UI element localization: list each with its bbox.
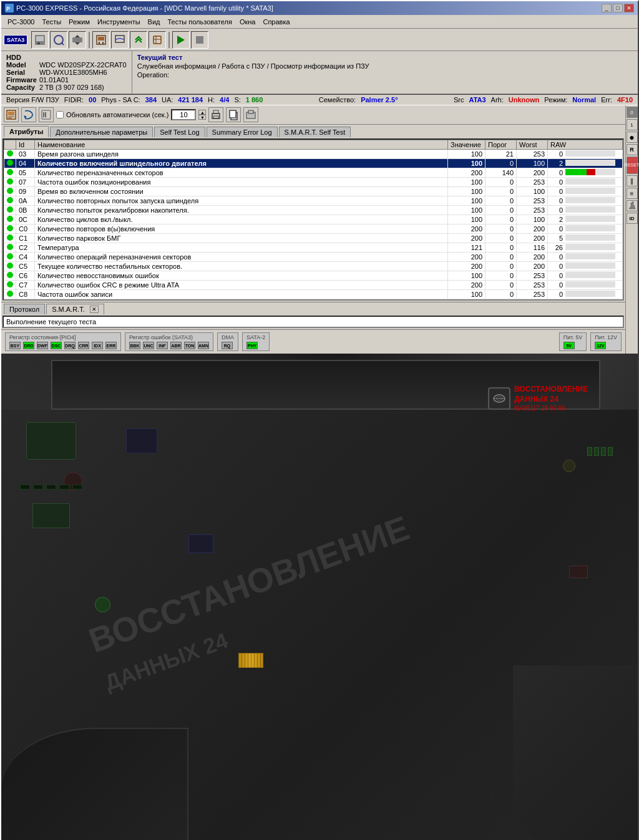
fidir-label: FIDiR:: [64, 96, 84, 104]
spin-down-btn[interactable]: ▼: [198, 115, 206, 120]
row-threshold: 0: [485, 281, 517, 290]
toolbar-btn-5[interactable]: [111, 31, 129, 49]
logo-line3: 8(4951)7 29 97 06: [514, 404, 588, 412]
row-name: Количество включений шпиндельного двигат…: [35, 159, 448, 168]
menu-tests[interactable]: Тесты: [38, 17, 65, 27]
led-unc: UNC: [143, 342, 154, 349]
row-raw-bar: [565, 206, 615, 213]
row-value: 100: [448, 196, 485, 206]
main-toolbar: SATA3: [1, 29, 638, 51]
toolbar-stop[interactable]: [191, 31, 208, 49]
toolbar-play[interactable]: [172, 31, 190, 49]
menu-tools[interactable]: Инструменты: [94, 17, 144, 27]
menu-windows[interactable]: Окна: [236, 17, 260, 27]
table-row[interactable]: C0Количество повторов в(ы)включения20002…: [4, 224, 623, 234]
led-amn: AMN: [198, 342, 209, 349]
auto-update-interval[interactable]: [171, 109, 196, 120]
table-row[interactable]: 03Время разгона шпинделя100212530: [4, 150, 623, 159]
minimize-button[interactable]: _: [602, 4, 612, 12]
mode-label: Режим:: [544, 96, 567, 104]
svg-line-6: [61, 42, 64, 45]
table-row[interactable]: C1Количество парковок БМГ20002005: [4, 234, 623, 243]
table-row[interactable]: 04Количество включений шпиндельного двиг…: [4, 159, 623, 168]
tab-protocol-label: Протокол: [9, 306, 39, 313]
table-row[interactable]: C7Количество ошибок CRC в режиме Ultra A…: [4, 281, 623, 290]
serial-label: Serial: [6, 69, 39, 76]
right-btn-reset[interactable]: RESET: [627, 157, 638, 174]
svg-marker-8: [75, 35, 80, 37]
row-threshold: 0: [485, 290, 517, 299]
menu-mode[interactable]: Режим: [65, 17, 94, 27]
window-controls[interactable]: _ □ ✕: [602, 4, 634, 12]
right-btn-tool[interactable]: [627, 200, 638, 211]
toolbar2-btn-extra[interactable]: [243, 107, 258, 122]
tab-self-test-log[interactable]: Self Test Log: [154, 127, 205, 137]
toolbar2-copy[interactable]: [226, 107, 241, 122]
col-id: Id: [16, 140, 35, 150]
tab-smart-close[interactable]: ✕: [90, 306, 99, 313]
table-row[interactable]: 05Количество переназначенных секторов200…: [4, 168, 623, 178]
toolbar-btn-3[interactable]: [69, 31, 86, 49]
cap-2: [563, 460, 575, 472]
table-row[interactable]: C4Количество операций переназначения сек…: [4, 253, 623, 262]
close-button[interactable]: ✕: [624, 4, 634, 12]
table-row[interactable]: 0AКоличество повторных попыток запуска ш…: [4, 196, 623, 206]
menu-user-tests[interactable]: Тесты пользователя: [164, 17, 236, 27]
toolbar-btn-4[interactable]: [92, 31, 110, 49]
toolbar-btn-1[interactable]: [31, 31, 49, 49]
toolbar2-btn-2[interactable]: [21, 107, 36, 122]
toolbar2-btn-3[interactable]: [39, 107, 54, 122]
toolbar-btn-7[interactable]: [149, 31, 166, 49]
led-crr: CRR: [78, 342, 89, 349]
row-id: 03: [16, 150, 35, 159]
component-1: [569, 566, 588, 578]
toolbar-btn-2[interactable]: [50, 31, 67, 49]
table-row[interactable]: 0CКоличество циклов вкл./выкл.10001002: [4, 215, 623, 224]
row-value: 100: [448, 187, 485, 196]
row-name: Количество повторов в(ы)включения: [35, 224, 448, 234]
right-btn-0[interactable]: 0: [627, 107, 638, 118]
menu-view[interactable]: Вид: [144, 17, 164, 27]
toolbar-btn-6[interactable]: [130, 31, 147, 49]
row-indicator: [4, 196, 16, 206]
table-row[interactable]: C8Частота ошибок записи10002530: [4, 290, 623, 299]
s-value: 1 860: [246, 96, 263, 104]
maximize-button[interactable]: □: [613, 4, 623, 12]
right-btn-id[interactable]: ID: [627, 213, 638, 224]
right-btn-menu[interactable]: ≡: [627, 188, 638, 199]
right-btn-pause[interactable]: ‖: [627, 175, 638, 186]
tab-smart[interactable]: S.M.A.R.T. ✕: [46, 304, 104, 314]
row-raw-bar: [565, 188, 615, 194]
auto-update-checkbox[interactable]: [56, 111, 64, 118]
toolbar2-print[interactable]: [208, 107, 223, 122]
svg-rect-24: [42, 110, 51, 119]
capacity-label: Capacity: [6, 84, 39, 91]
title-text: PC-3000 EXPRESS - Российская Федерация -…: [16, 4, 273, 12]
row-raw-bar: [565, 160, 615, 166]
row-indicator: [4, 290, 16, 299]
right-btn-dot[interactable]: ●: [627, 132, 638, 143]
row-id: C5: [16, 262, 35, 271]
table-row[interactable]: 07Частота ошибок позиционирования1000253…: [4, 178, 623, 187]
table-row[interactable]: C2Температура121011626: [4, 243, 623, 253]
svg-rect-31: [230, 110, 236, 118]
row-raw-bar: [565, 244, 615, 250]
tab-attributes[interactable]: Атрибуты: [4, 126, 49, 137]
tab-extra-params[interactable]: Дополнительные параметры: [50, 127, 153, 137]
led-err: ERR: [105, 342, 117, 349]
table-row[interactable]: C5Текущее количество нестабильных сектор…: [4, 262, 623, 271]
led-idx-group: IDX: [92, 342, 103, 349]
menu-help[interactable]: Справка: [259, 17, 293, 27]
smart-table-container: Id Наименование Значение Порог Worst RAW…: [2, 138, 624, 301]
table-row[interactable]: 0BКоличество попыток рекалибровки накопи…: [4, 206, 623, 215]
right-btn-r[interactable]: R: [627, 144, 638, 155]
table-row[interactable]: C6Количество невосстановимых ошибок10002…: [4, 271, 623, 281]
right-btn-1[interactable]: 1: [627, 119, 638, 130]
table-row[interactable]: 09Время во включенном состоянии10001000: [4, 187, 623, 196]
tab-summary-error[interactable]: Summary Error Log: [207, 127, 278, 137]
menu-pc3000[interactable]: PC-3000: [4, 17, 38, 27]
spin-up-btn[interactable]: ▲: [198, 110, 206, 115]
toolbar2-btn-1[interactable]: [4, 107, 19, 122]
tab-protocol[interactable]: Протокол: [4, 304, 45, 314]
tab-smart-self-test[interactable]: S.M.A.R.T. Self Test: [279, 127, 351, 137]
